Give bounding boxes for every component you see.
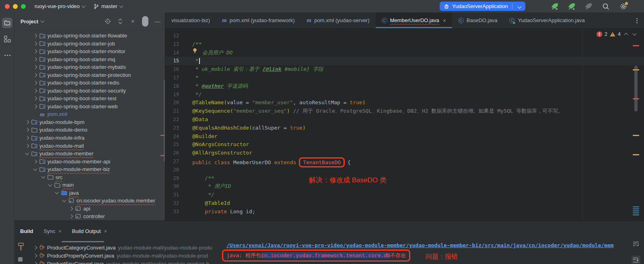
code-line-13[interactable]: 13/** [165, 40, 644, 49]
close-tab-icon[interactable]: × [104, 228, 107, 234]
structure-icon[interactable] [3, 35, 11, 43]
code-line-21[interactable]: 21@KeySequence("member_user_seq") // 用于 … [165, 107, 644, 116]
code-line-14[interactable]: 14 会员用户 DO [165, 49, 644, 57]
line-number[interactable]: 17 [165, 74, 179, 82]
soft-wrap-icon[interactable] [632, 239, 640, 248]
tree-item-yudao-spring-boot-starter-mybatis[interactable]: yudao-spring-boot-starter-mybatis [14, 63, 165, 71]
inspections-widget[interactable]: ! 2 4 [595, 31, 638, 38]
line-number[interactable]: 22 [165, 116, 179, 124]
search-icon[interactable] [601, 2, 610, 11]
project-selector[interactable]: ruoyi-vue-pro-video [35, 3, 85, 9]
code-line-24[interactable]: 24@Builder [165, 132, 644, 141]
collapse-all-icon[interactable]: × [130, 18, 136, 25]
line-number[interactable]: 18 [165, 82, 179, 91]
tree-item-yudao-module-mall[interactable]: yudao-module-mall [14, 142, 165, 150]
chevron-right-icon[interactable] [33, 97, 37, 101]
chevron-down-icon[interactable] [48, 182, 52, 186]
stop-build-icon[interactable] [18, 257, 23, 262]
code-line-23[interactable]: 23@EqualsAndHashCode(callSuper = true) [165, 124, 644, 132]
line-number[interactable]: 16 [165, 65, 179, 74]
tree-item-yudao-spring-boot-starter-protection[interactable]: yudao-spring-boot-starter-protection [14, 71, 165, 79]
line-number[interactable]: 30 [165, 182, 179, 191]
editor-tab-basedo-java[interactable]: CBaseDO.java [452, 12, 504, 28]
build-row-productspuconvert-java[interactable]: ProductSpuConvert.javayudao-module-mall/… [34, 260, 209, 264]
code-line-29[interactable]: 29 /** [165, 174, 644, 183]
chevron-down-icon[interactable] [41, 175, 45, 179]
more-options-icon[interactable] [142, 18, 148, 25]
chevron-right-icon[interactable] [25, 144, 29, 148]
chevron-down-icon[interactable] [33, 167, 37, 171]
tree-item-controller[interactable]: controller [14, 212, 165, 221]
code-line-31[interactable]: 31 */ [165, 191, 644, 199]
chevron-down-icon[interactable] [55, 190, 59, 194]
tab-options-kebab-icon[interactable] [634, 17, 640, 24]
tree-item-yudao-module-member-api[interactable]: yudao-module-member-api [14, 157, 165, 165]
error-stripe-mark[interactable] [633, 154, 639, 155]
run-configuration-widget[interactable]: YudaoServerApplication [440, 2, 525, 11]
previous-problem-icon[interactable] [624, 33, 628, 37]
line-number[interactable]: 26 [165, 149, 179, 157]
build-row-productpropertyconvert-java[interactable]: ProductPropertyConvert.javayudao-module-… [34, 252, 208, 260]
code-editor[interactable]: 1213/**14 会员用户 DO15 *16 * uk_mobile 索引：基… [165, 28, 644, 221]
code-line-26[interactable]: 26@AllArgsConstructor [165, 149, 644, 157]
chevron-right-icon[interactable] [34, 245, 37, 250]
tree-item-yudao-module-demo[interactable]: yudao-module-demo [14, 126, 165, 134]
chevron-right-icon[interactable] [33, 57, 37, 61]
next-problem-icon[interactable] [633, 32, 637, 36]
chevron-right-icon[interactable] [33, 34, 37, 38]
tree-item-main[interactable]: main [14, 181, 165, 189]
code-line-17[interactable]: 17 * [165, 74, 644, 82]
error-stripe-mark[interactable] [633, 45, 639, 46]
tab-sync[interactable]: Sync× [44, 228, 62, 234]
build-hammer-icon[interactable] [17, 242, 25, 252]
line-number[interactable]: 20 [165, 99, 179, 107]
chevron-right-icon[interactable] [25, 120, 29, 124]
code-line-32[interactable]: 32 @TableId [165, 199, 644, 208]
intention-bulb-icon[interactable] [192, 48, 198, 56]
code-line-28[interactable]: 28 [165, 166, 644, 174]
line-number[interactable]: 27 [165, 157, 179, 166]
tab-build-output[interactable]: Build Output× [72, 228, 107, 234]
line-number[interactable]: 15 [165, 57, 179, 65]
chevron-right-icon[interactable] [25, 128, 29, 132]
code-line-16[interactable]: 16 * uk_mobile 索引：基于 {@link #mobile} 字段 [165, 65, 644, 74]
tree-item-java[interactable]: java [14, 189, 165, 197]
code-line-33[interactable]: 33 private Long id; [165, 208, 644, 216]
run-icon[interactable] [550, 2, 559, 11]
line-number[interactable]: 12 [165, 32, 179, 40]
profiler-icon[interactable] [584, 2, 593, 11]
tree-item-yudao-module-member[interactable]: yudao-module-member [14, 150, 165, 158]
error-stripe-mark[interactable] [633, 212, 639, 213]
minimize-window-icon[interactable] [13, 4, 18, 9]
tree-item-src[interactable]: src [14, 173, 165, 181]
line-number[interactable]: 28 [165, 166, 179, 174]
locate-file-icon[interactable] [105, 18, 111, 25]
line-number[interactable]: 19 [165, 91, 179, 99]
tree-item-yudao-spring-boot-starter-web[interactable]: yudao-spring-boot-starter-web [14, 103, 165, 111]
editor-scrollbar[interactable] [634, 66, 638, 111]
chevron-right-icon[interactable] [33, 41, 37, 45]
line-number[interactable]: 23 [165, 124, 179, 132]
line-number[interactable]: 21 [165, 107, 179, 116]
chevron-right-icon[interactable] [25, 136, 29, 140]
scroll-to-end-icon[interactable] [632, 256, 640, 264]
chevron-right-icon[interactable] [33, 73, 37, 77]
maximize-window-icon[interactable] [21, 4, 26, 9]
chevron-right-icon[interactable] [34, 262, 37, 264]
tree-item-yudao-spring-boot-starter-job[interactable]: yudao-spring-boot-starter-job [14, 40, 165, 48]
line-number[interactable]: 29 [165, 174, 179, 183]
error-stripe-mark[interactable] [633, 208, 639, 209]
tree-item-yudao-spring-boot-starter-security[interactable]: yudao-spring-boot-starter-security [14, 87, 165, 95]
chevron-right-icon[interactable] [33, 50, 37, 54]
tree-item-yudao-module-infra[interactable]: yudao-module-infra [14, 134, 165, 142]
code-line-12[interactable]: 12 [165, 32, 644, 40]
tree-item-pom-xml[interactable]: mpom.xml [14, 110, 165, 118]
tree-item-yudao-spring-boot-starter-redis[interactable]: yudao-spring-boot-starter-redis [14, 79, 165, 87]
tree-item-yudao-module-member-biz[interactable]: yudao-module-member-biz [14, 165, 165, 173]
chevron-right-icon[interactable] [33, 81, 37, 85]
line-number[interactable]: 13 [165, 40, 179, 49]
code-line-19[interactable]: 19 */ [165, 91, 644, 99]
editor-tab-pom-xml-yudao-server[interactable]: mpom.xml (yudao-server) [301, 12, 376, 28]
build-row-productcategoryconvert-java[interactable]: ProductCategoryConvert.javayudao-module-… [34, 243, 212, 252]
code-line-25[interactable]: 25@NoArgsConstructor [165, 140, 644, 149]
